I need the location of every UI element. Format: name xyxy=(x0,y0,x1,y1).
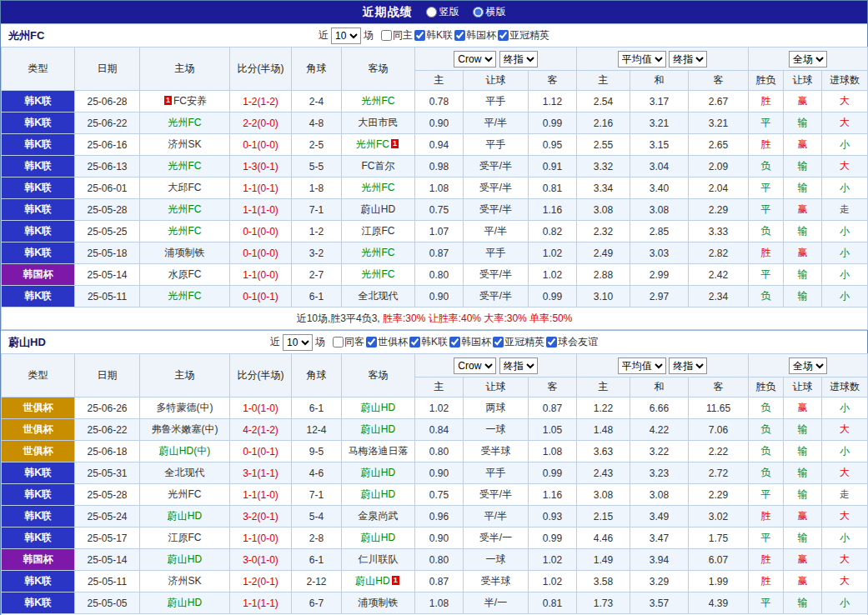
filter-checkbox-input[interactable] xyxy=(414,30,425,41)
subcol-odds-handicap: 让球 xyxy=(464,71,529,91)
filter-checkbox-input[interactable] xyxy=(409,337,420,348)
avg-home: 2.88 xyxy=(577,264,630,286)
result-handicap: 输 xyxy=(784,156,822,178)
avg-home: 3.10 xyxy=(577,286,630,308)
filter-checkbox-input[interactable] xyxy=(333,337,344,348)
avg-time-select[interactable]: 终指 xyxy=(669,358,707,374)
avg-home: 2.32 xyxy=(577,221,630,242)
filter-checkbox[interactable]: 球会友谊 xyxy=(546,335,598,349)
horizontal-view-label: 横版 xyxy=(486,5,506,19)
match-row: 韩K联25-06-22光州FC2-2(0-0)4-8大田市民0.90平/半0.9… xyxy=(2,112,868,134)
corners: 2-12 xyxy=(292,571,342,592)
filter-checkbox[interactable]: 韩国杯 xyxy=(449,335,491,349)
bookmaker-select[interactable]: Crow xyxy=(454,358,496,374)
filter-checkbox[interactable]: 亚冠精英 xyxy=(493,335,544,349)
team-label: 光州FC xyxy=(168,488,202,500)
corners: 7-1 xyxy=(292,199,342,221)
result-goals: 大 xyxy=(822,91,868,112)
filter-checkbox[interactable]: 韩国杯 xyxy=(454,28,496,42)
score: 1-1(1-1) xyxy=(230,592,292,614)
filter-checkbox-input[interactable] xyxy=(449,337,460,348)
filter-checkbox-input[interactable] xyxy=(546,337,557,348)
team-label: 马梅洛迪日落 xyxy=(349,445,409,457)
average-select[interactable]: 平均值 xyxy=(618,51,666,68)
avg-away: 7.06 xyxy=(689,419,749,441)
vertical-view-label: 竖版 xyxy=(439,5,459,19)
view-option-horizontal[interactable]: 横版 xyxy=(473,5,506,19)
filter-checkbox-input[interactable] xyxy=(381,30,392,41)
col-header-corner: 角球 xyxy=(292,354,342,398)
subcol-avg-home: 主 xyxy=(577,71,630,91)
recent-count-select[interactable]: 10 xyxy=(283,334,313,351)
avg-away: 2.09 xyxy=(689,156,749,178)
avg-away: 3.21 xyxy=(689,112,749,134)
avg-home: 2.54 xyxy=(577,91,630,112)
score: 1-1(0-0) xyxy=(230,264,292,286)
filter-checkbox[interactable]: 世俱杯 xyxy=(366,335,408,349)
vertical-view-radio[interactable] xyxy=(426,7,437,18)
filter-checkbox-input[interactable] xyxy=(498,30,509,41)
home-team: 光州FC xyxy=(140,156,230,178)
odds-time-select[interactable]: 终指 xyxy=(499,358,538,374)
odds-handicap: 受平/半 xyxy=(464,156,529,178)
scope-select[interactable]: 全场 xyxy=(789,51,827,68)
filter-checkbox-label: 同客 xyxy=(344,335,364,349)
score: 1-1(1-0) xyxy=(230,199,292,221)
avg-draw: 3.29 xyxy=(630,571,689,592)
odds-away: 0.91 xyxy=(529,156,577,178)
home-team: 光州FC xyxy=(140,112,230,134)
subcol-handicap-result: 让球 xyxy=(784,378,822,398)
filter-checkbox-input[interactable] xyxy=(454,30,465,41)
col-header-away: 客场 xyxy=(342,48,415,91)
avg-away: 2.29 xyxy=(689,199,749,221)
home-team: 大邱FC xyxy=(140,178,230,199)
match-row: 韩国杯25-05-14蔚山HD3-0(1-0)6-1仁川联队0.80一球1.02… xyxy=(2,549,868,571)
view-option-vertical[interactable]: 竖版 xyxy=(426,5,459,19)
filter-checkbox[interactable]: 同主 xyxy=(381,28,413,42)
result-handicap: 赢 xyxy=(784,506,822,528)
match-date: 25-06-22 xyxy=(75,419,140,441)
horizontal-view-radio[interactable] xyxy=(473,7,484,18)
avg-home: 1.73 xyxy=(577,592,630,614)
odds-away: 0.99 xyxy=(529,286,577,308)
avg-time-select[interactable]: 终指 xyxy=(669,51,707,68)
team-section: 光州FC 近 10 场 同主韩K联韩国杯亚冠精英 类型 日期 主场 比分(半场)… xyxy=(1,23,867,330)
score: 1-0(1-0) xyxy=(230,398,292,419)
competition-badge: 韩K联 xyxy=(2,242,75,264)
result-handicap: 赢 xyxy=(784,134,822,156)
filter-checkbox[interactable]: 韩K联 xyxy=(414,28,453,42)
filter-checkbox[interactable]: 亚冠精英 xyxy=(498,28,549,42)
match-row: 世俱杯25-06-22弗鲁米嫩塞(中)4-2(1-2)12-4蔚山HD0.84一… xyxy=(2,419,868,441)
col-header-away: 客场 xyxy=(342,354,415,398)
avg-away: 6.07 xyxy=(689,549,749,571)
odds-away: 1.16 xyxy=(529,199,577,221)
average-select[interactable]: 平均值 xyxy=(618,358,666,374)
odds-home: 0.87 xyxy=(415,571,464,592)
team-label: 蔚山HD xyxy=(361,467,395,478)
filter-checkbox[interactable]: 韩K联 xyxy=(409,335,448,349)
result-handicap: 输 xyxy=(784,264,822,286)
filter-checkbox-input[interactable] xyxy=(493,337,504,348)
odds-home: 0.84 xyxy=(415,419,464,441)
recent-count-select[interactable]: 10 xyxy=(331,28,361,44)
team-label: 仁川联队 xyxy=(359,553,399,565)
team-label: 蔚山HD(中) xyxy=(159,445,210,457)
subcol-odds-home: 主 xyxy=(415,378,464,398)
result-handicap: 赢 xyxy=(784,199,822,221)
bookmaker-select[interactable]: Crow xyxy=(454,51,496,68)
corners: 5-5 xyxy=(292,156,342,178)
scope-select[interactable]: 全场 xyxy=(789,358,827,374)
score: 2-2(0-0) xyxy=(230,112,292,134)
team-label: 蔚山HD xyxy=(361,402,395,413)
avg-home: 3.58 xyxy=(577,571,630,592)
home-team: 1FC安养 xyxy=(140,91,230,112)
avg-draw: 3.23 xyxy=(630,462,689,484)
result-handicap: 输 xyxy=(784,286,822,308)
filter-checkbox-input[interactable] xyxy=(366,337,377,348)
competition-badge: 世俱杯 xyxy=(2,398,75,419)
team-label: 江原FC xyxy=(362,225,395,237)
odds-time-select[interactable]: 终指 xyxy=(499,51,538,68)
team-label: 光州FC xyxy=(362,268,395,280)
avg-draw: 3.17 xyxy=(630,91,689,112)
filter-checkbox[interactable]: 同客 xyxy=(333,335,364,349)
